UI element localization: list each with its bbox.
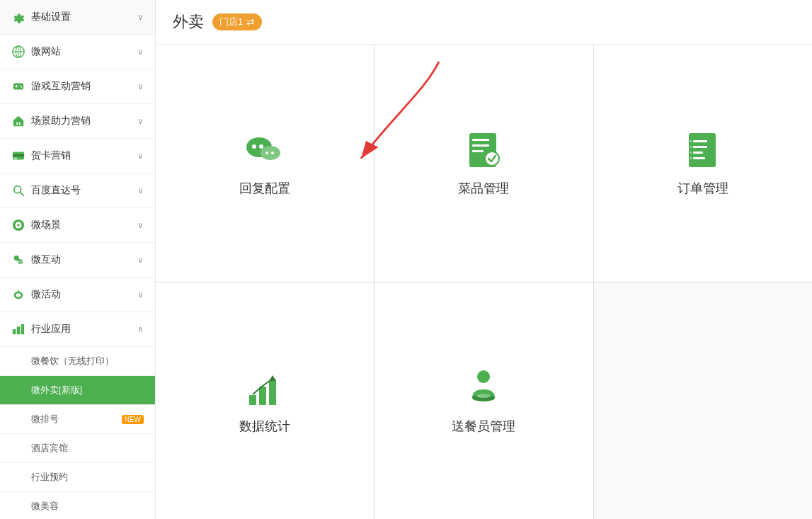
sidebar-label-jichushezhi: 基础设置 (31, 11, 137, 23)
sidebar-label-youxihuying: 游戏互动营销 (31, 80, 137, 93)
chevron-icon-youxihuying: ∨ (137, 81, 144, 91)
svg-rect-43 (693, 140, 707, 142)
grid-container: 回复配置 菜品管理 (156, 45, 812, 519)
svg-rect-15 (14, 158, 18, 159)
main-content: 外卖 门店1 ⇄ (156, 0, 812, 519)
new-badge: NEW (122, 415, 144, 424)
sidebar-item-jichushezhi[interactable]: 基础设置 ∨ (0, 0, 155, 35)
sidebar-label-weiwangzhan: 微网站 (31, 45, 137, 58)
chevron-icon-heka: ∨ (137, 151, 144, 161)
store-badge[interactable]: 门店1 ⇄ (212, 13, 262, 30)
svg-point-33 (252, 144, 256, 149)
svg-rect-11 (16, 122, 18, 125)
scene-icon (11, 218, 25, 232)
sidebar-sub-label-hangyeyuyue: 行业预约 (31, 471, 144, 484)
svg-marker-10 (13, 116, 23, 120)
grid-cell-huifupeizhi[interactable]: 回复配置 (156, 45, 374, 282)
chart-icon (244, 367, 286, 409)
svg-rect-26 (18, 290, 19, 293)
chevron-icon-hangyeyingyong: ∧ (137, 324, 144, 334)
svg-point-20 (17, 224, 20, 227)
sidebar-sub-item-weipaihao[interactable]: 微排号 NEW (0, 405, 155, 434)
svg-point-36 (271, 152, 274, 154)
sidebar-label-weihu: 微互动 (31, 253, 137, 266)
svg-point-7 (20, 85, 21, 86)
svg-point-41 (485, 152, 499, 166)
chevron-icon-baidu: ∨ (137, 186, 144, 195)
grid-cell-empty (594, 283, 812, 520)
sidebar-sub-label-weimeirong: 微美容 (31, 500, 144, 513)
grid-cell-shuju[interactable]: 数据统计 (156, 283, 374, 520)
sidebar-sub-item-weicanting[interactable]: 微餐饮（无线打印） (0, 347, 155, 376)
chevron-icon-jichushezhi: ∨ (137, 12, 144, 22)
grid-cell-label-caipin: 菜品管理 (458, 180, 509, 197)
svg-rect-44 (693, 146, 707, 148)
chevron-icon-weichangjing: ∨ (137, 220, 144, 230)
svg-rect-40 (472, 150, 484, 152)
sidebar-sub-item-weimeirong[interactable]: 微美容 (0, 492, 155, 519)
svg-line-17 (21, 193, 24, 196)
grid-cell-songcan[interactable]: 送餐员管理 (374, 283, 593, 520)
sidebar-sub-item-hangyeyuyue[interactable]: 行业预约 (0, 463, 155, 492)
sidebar-item-weiwangzhan[interactable]: 微网站 ∨ (0, 35, 155, 69)
sidebar-item-heka[interactable]: 贺卡营销 ∨ (0, 139, 155, 173)
page-title: 外卖 (173, 11, 204, 33)
chevron-icon-changjing: ∨ (137, 116, 144, 126)
grid-cell-label-huifupeizhi: 回复配置 (239, 180, 290, 197)
chevron-icon-weihu: ∨ (137, 255, 144, 265)
svg-rect-50 (690, 157, 692, 159)
grid-cell-dingdan[interactable]: 订单管理 (594, 45, 812, 282)
svg-marker-54 (269, 375, 276, 381)
svg-point-57 (476, 394, 491, 398)
svg-rect-12 (19, 122, 21, 125)
sidebar-item-changjing[interactable]: 场景助力营销 ∨ (0, 104, 155, 139)
sidebar-label-weichangjing: 微场景 (31, 219, 137, 232)
menu-book-icon (462, 129, 505, 171)
grid-cell-label-songcan: 送餐员管理 (452, 418, 515, 435)
search-icon (11, 183, 25, 198)
svg-point-8 (21, 86, 23, 88)
svg-point-25 (16, 293, 21, 297)
sidebar-item-weichangjing[interactable]: 微场景 ∨ (0, 208, 155, 243)
sidebar-label-baidu: 百度直达号 (31, 184, 137, 197)
interact-icon (11, 253, 25, 267)
grid-cell-caipin[interactable]: 菜品管理 (374, 45, 593, 282)
store-label: 门店1 (219, 16, 243, 28)
page-header: 外卖 门店1 ⇄ (156, 0, 812, 45)
sidebar-sub-label-jiudian: 酒店宾馆 (31, 442, 144, 455)
sidebar-label-changjing: 场景助力营销 (31, 115, 137, 127)
svg-rect-51 (249, 395, 256, 405)
sidebar-item-youxihuying[interactable]: 游戏互动营销 ∨ (0, 69, 155, 104)
sidebar-item-weihuodong[interactable]: 微活动 ∨ (0, 278, 155, 312)
svg-rect-28 (17, 326, 21, 334)
gamepad-icon (11, 79, 25, 93)
svg-rect-46 (693, 157, 705, 159)
settings-icon (11, 10, 25, 24)
order-list-icon (682, 129, 724, 171)
svg-rect-47 (690, 140, 692, 142)
svg-point-32 (261, 146, 280, 160)
svg-rect-49 (690, 152, 692, 154)
sidebar-item-baidu[interactable]: 百度直达号 ∨ (0, 173, 155, 208)
grid-cell-label-dingdan: 订单管理 (677, 180, 728, 197)
sidebar-label-hangyeyingyong: 行业应用 (31, 323, 137, 336)
svg-point-55 (477, 370, 490, 383)
card-icon (11, 149, 25, 163)
sidebar-label-weihuodong: 微活动 (31, 288, 137, 301)
industry-icon (11, 322, 25, 336)
svg-rect-45 (693, 152, 703, 154)
sidebar-sub-label-weicanting: 微餐饮（无线打印） (31, 355, 144, 367)
svg-rect-29 (21, 324, 24, 334)
sidebar-item-hangyeyingyong[interactable]: 行业应用 ∧ (0, 312, 155, 347)
svg-rect-9 (13, 120, 23, 126)
sidebar-sub-item-weiwaicai[interactable]: 微外卖[新版] (0, 376, 155, 405)
swap-icon: ⇄ (246, 16, 255, 28)
svg-rect-14 (13, 154, 24, 156)
bank-icon (11, 114, 25, 128)
sidebar: 基础设置 ∨ 微网站 ∨ 游戏互动营销 ∨ 场景助力营销 ∨ 贺卡营销 ∨ 百度 (0, 0, 156, 519)
svg-rect-42 (689, 133, 716, 167)
sidebar-item-weihu[interactable]: 微互动 ∨ (0, 243, 155, 278)
sidebar-sub-label-weiwaicai: 微外卖[新版] (31, 384, 144, 397)
chevron-icon-weiwangzhan: ∨ (137, 47, 144, 57)
sidebar-sub-item-jiudian[interactable]: 酒店宾馆 (0, 434, 155, 463)
